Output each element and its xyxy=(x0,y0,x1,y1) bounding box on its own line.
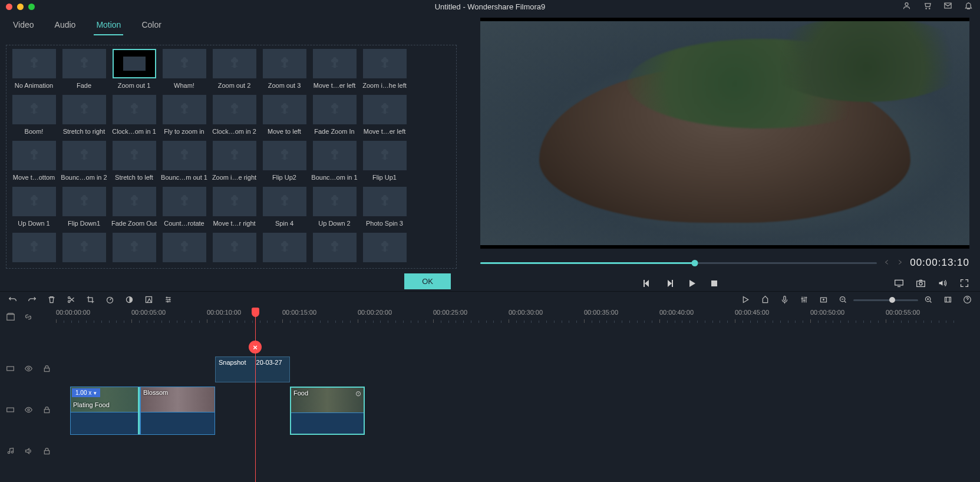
ok-button[interactable]: OK xyxy=(404,273,451,289)
track-lock-icon[interactable] xyxy=(42,447,51,457)
clip-blossom[interactable]: Blossom xyxy=(140,387,215,435)
mixer-icon[interactable] xyxy=(800,295,809,306)
motion-effect-item[interactable]: Stretch to right xyxy=(59,95,109,135)
track-main-video[interactable]: 1.00 x Plating Food Blossom Food ⊙ xyxy=(0,390,980,431)
window-zoom[interactable] xyxy=(28,4,35,10)
fullscreen-icon[interactable] xyxy=(959,278,969,290)
media-bin-icon[interactable] xyxy=(6,312,15,323)
motion-effect-item[interactable]: Flip Up1 xyxy=(359,141,410,181)
delete-icon[interactable] xyxy=(47,295,56,306)
motion-effect-item[interactable] xyxy=(9,233,59,266)
playhead[interactable]: × xyxy=(255,309,256,482)
motion-effect-item[interactable]: Flip Down1 xyxy=(59,187,109,227)
speed-badge[interactable]: 1.00 x xyxy=(72,388,100,397)
display-icon[interactable] xyxy=(894,278,904,290)
zoom-fit-icon[interactable] xyxy=(943,295,952,306)
motion-effect-item[interactable]: Up Down 1 xyxy=(9,187,59,227)
clip-settings-icon[interactable]: ⊙ xyxy=(355,389,361,398)
window-close[interactable] xyxy=(6,4,12,10)
split-icon[interactable] xyxy=(67,295,75,306)
preview-viewport[interactable] xyxy=(480,18,969,249)
motion-effect-item[interactable]: Clock…om in 2 xyxy=(209,95,259,135)
motion-effect-item[interactable]: Up Down 2 xyxy=(309,187,359,227)
track-lock-icon[interactable] xyxy=(42,405,51,416)
zoom-in-icon[interactable] xyxy=(924,295,933,306)
motion-effect-item[interactable]: Move to left xyxy=(259,95,309,135)
export-icon[interactable] xyxy=(819,295,828,306)
motion-effect-item[interactable]: Bounc…m out 1 xyxy=(159,141,209,181)
zoom-out-icon[interactable] xyxy=(839,295,847,306)
snapshot-icon[interactable] xyxy=(916,278,926,290)
step-back-icon[interactable] xyxy=(642,279,652,290)
adjust-icon[interactable] xyxy=(164,295,173,306)
motion-effect-item[interactable] xyxy=(159,233,209,266)
zoom-slider[interactable] xyxy=(853,299,918,301)
motion-effect-item[interactable]: Zoom i…he left xyxy=(359,49,410,89)
motion-effect-item[interactable]: Fade Zoom In xyxy=(309,95,359,135)
tab-video[interactable]: Video xyxy=(13,20,34,35)
motion-effect-item[interactable]: Bounc…om in 1 xyxy=(309,141,359,181)
clip-snapshot[interactable]: Snapshot 20-03-27 xyxy=(215,356,290,382)
motion-effect-item[interactable]: Spin 4 xyxy=(259,187,309,227)
cart-icon[interactable] xyxy=(923,1,932,12)
voiceover-icon[interactable] xyxy=(780,295,789,306)
motion-effect-item[interactable] xyxy=(59,233,109,266)
motion-effect-item[interactable]: Boom! xyxy=(9,95,59,135)
motion-effect-item[interactable]: Count…rotate xyxy=(159,187,209,227)
motion-effect-item[interactable]: Bounc…om in 2 xyxy=(59,141,109,181)
motion-effect-item[interactable]: Zoom out 3 xyxy=(259,49,309,89)
motion-effect-item[interactable]: Fade xyxy=(59,49,109,89)
timeline[interactable]: 00:00:00:0000:00:05:0000:00:10:0000:00:1… xyxy=(0,309,980,482)
motion-effect-item[interactable]: Wham! xyxy=(159,49,209,89)
motion-effect-item[interactable]: Fly to zoom in xyxy=(159,95,209,135)
play-icon[interactable] xyxy=(687,279,697,290)
track-visibility-icon[interactable] xyxy=(24,405,33,416)
color-icon[interactable] xyxy=(125,295,134,306)
track-overlay[interactable]: Snapshot 20-03-27 xyxy=(0,349,980,390)
redo-icon[interactable] xyxy=(28,295,37,306)
render-icon[interactable] xyxy=(741,295,750,306)
crop-icon[interactable] xyxy=(86,295,95,306)
mail-icon[interactable] xyxy=(943,1,952,12)
delete-gap-icon[interactable]: × xyxy=(249,341,262,354)
motion-effect-item[interactable] xyxy=(309,233,359,266)
link-icon[interactable] xyxy=(24,312,33,323)
stop-icon[interactable] xyxy=(710,279,719,290)
motion-effect-item[interactable]: Fade Zoom Out xyxy=(109,187,159,227)
motion-effect-item[interactable]: Clock…om in 1 xyxy=(109,95,159,135)
motion-effect-item[interactable] xyxy=(259,233,309,266)
motion-effect-item[interactable]: Move t…ottom xyxy=(9,141,59,181)
tab-motion[interactable]: Motion xyxy=(96,20,121,35)
motion-effect-item[interactable]: Move t…er left xyxy=(309,49,359,89)
timeline-ruler[interactable]: 00:00:00:0000:00:05:0000:00:10:0000:00:1… xyxy=(56,309,980,325)
track-audio[interactable] xyxy=(0,431,980,473)
tab-color[interactable]: Color xyxy=(141,20,161,35)
undo-icon[interactable] xyxy=(8,295,17,306)
motion-effect-item[interactable] xyxy=(209,233,259,266)
motion-grid[interactable]: No AnimationFadeZoom out 1Wham!Zoom out … xyxy=(6,45,457,269)
clip-plating-food[interactable]: 1.00 x Plating Food xyxy=(70,387,140,435)
motion-effect-item[interactable]: Stretch to left xyxy=(109,141,159,181)
marker-icon[interactable] xyxy=(761,295,770,306)
next-keyframe-icon[interactable] xyxy=(897,259,903,267)
step-forward-icon[interactable] xyxy=(665,279,674,290)
motion-effect-item[interactable]: Zoom i…e right xyxy=(209,141,259,181)
motion-effect-item[interactable] xyxy=(109,233,159,266)
window-minimize[interactable] xyxy=(17,4,24,10)
prev-keyframe-icon[interactable] xyxy=(884,259,890,267)
help-icon[interactable] xyxy=(963,295,972,306)
volume-icon[interactable] xyxy=(938,278,948,290)
track-visibility-icon[interactable] xyxy=(24,364,33,375)
motion-effect-item[interactable]: Flip Up2 xyxy=(259,141,309,181)
motion-effect-item[interactable]: Move t…er left xyxy=(359,95,410,135)
clip-food[interactable]: Food ⊙ xyxy=(290,387,365,435)
green-screen-icon[interactable] xyxy=(144,295,153,306)
preview-scrubber[interactable] xyxy=(480,262,877,264)
motion-effect-item[interactable]: No Animation xyxy=(9,49,59,89)
notifications-icon[interactable] xyxy=(964,1,973,12)
track-lock-icon[interactable] xyxy=(42,364,51,375)
speed-icon[interactable] xyxy=(105,295,114,306)
motion-effect-item[interactable] xyxy=(359,233,410,266)
motion-effect-item[interactable]: Zoom out 2 xyxy=(209,49,259,89)
track-mute-icon[interactable] xyxy=(24,447,33,457)
